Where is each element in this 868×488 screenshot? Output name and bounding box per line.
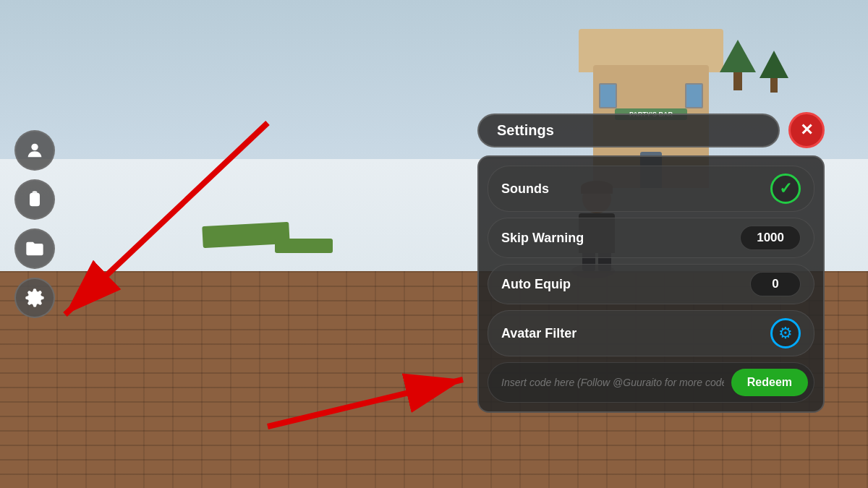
skip-warning-value[interactable]: 1000 [740,226,801,250]
svg-point-0 [31,144,38,150]
person-icon [25,140,45,160]
backpack-icon [25,189,45,210]
setting-row-sounds: Sounds ✓ [488,166,814,212]
tree-right-1 [720,40,756,90]
setting-label-auto-equip: Auto Equip [501,277,571,292]
gear-icon [25,288,45,308]
redeem-row: Redeem [488,362,814,403]
green-platform-2 [275,239,333,253]
setting-row-skip-warning: Skip Warning 1000 [488,218,814,258]
setting-row-avatar-filter: Avatar Filter ⚙ [488,310,814,356]
svg-rect-2 [33,199,38,202]
setting-label-skip-warning: Skip Warning [501,231,584,246]
sidebar-item-backpack[interactable] [14,179,55,220]
building-window-left [599,83,617,108]
sidebar [14,130,55,318]
check-icon: ✓ [779,179,792,198]
sidebar-item-folder[interactable] [14,228,55,269]
settings-content: Sounds ✓ Skip Warning 1000 Auto Equip 0 … [477,155,825,413]
avatar-filter-toggle[interactable]: ⚙ [770,318,801,348]
close-icon: ✕ [800,122,813,138]
auto-equip-value[interactable]: 0 [750,272,801,296]
settings-panel: Settings ✕ Sounds ✓ Skip Warning 1000 Au… [477,112,825,413]
setting-row-auto-equip: Auto Equip 0 [488,264,814,304]
tree-right-2 [760,51,788,93]
close-button[interactable]: ✕ [788,112,825,148]
sounds-toggle[interactable]: ✓ [770,174,801,204]
code-input[interactable] [501,377,724,388]
sidebar-item-settings[interactable] [14,278,55,318]
gear-toggle-icon: ⚙ [778,324,793,343]
redeem-button[interactable]: Redeem [731,369,808,396]
settings-title: Settings [477,114,780,147]
building-window-right [685,83,703,108]
sidebar-item-profile[interactable] [14,130,55,171]
folder-icon [25,239,45,259]
setting-label-sounds: Sounds [501,181,549,197]
setting-label-avatar-filter: Avatar Filter [501,326,576,341]
settings-titlebar: Settings ✕ [477,112,825,148]
